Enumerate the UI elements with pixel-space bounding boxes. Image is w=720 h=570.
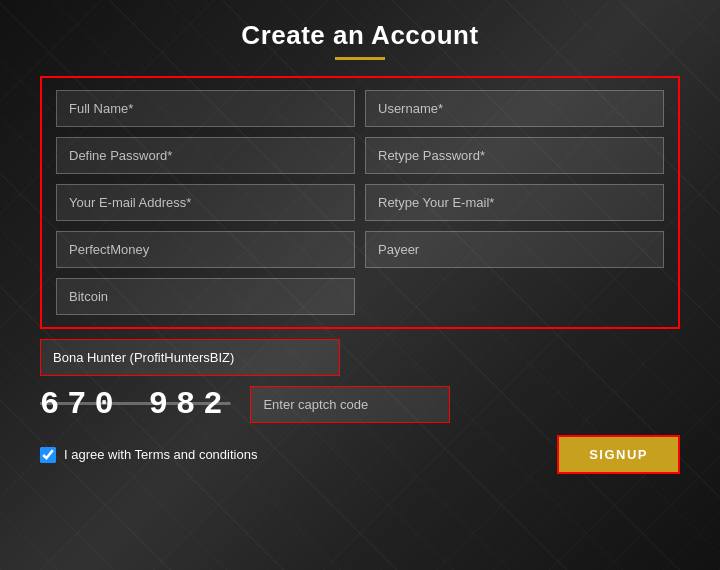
signup-button[interactable]: SIGNUP <box>557 435 680 474</box>
registration-form <box>40 76 680 329</box>
perfect-money-input[interactable] <box>56 231 355 268</box>
captcha-row: 670 982 <box>40 386 680 423</box>
retype-email-input[interactable] <box>365 184 664 221</box>
main-container: Create an Account 670 982 I agree with T… <box>0 0 720 570</box>
define-password-input[interactable] <box>56 137 355 174</box>
referral-input[interactable] <box>40 339 340 376</box>
referral-row <box>40 339 680 376</box>
username-input[interactable] <box>365 90 664 127</box>
full-name-input[interactable] <box>56 90 355 127</box>
email-input[interactable] <box>56 184 355 221</box>
retype-password-input[interactable] <box>365 137 664 174</box>
agree-label: I agree with Terms and conditions <box>64 447 257 462</box>
bottom-row: I agree with Terms and conditions SIGNUP <box>40 435 680 474</box>
page-title: Create an Account <box>241 20 478 51</box>
bitcoin-input[interactable] <box>56 278 355 315</box>
captcha-input[interactable] <box>250 386 450 423</box>
payeer-input[interactable] <box>365 231 664 268</box>
agree-section: I agree with Terms and conditions <box>40 447 257 463</box>
captcha-number: 670 982 <box>40 386 230 423</box>
title-underline <box>335 57 385 60</box>
agree-checkbox[interactable] <box>40 447 56 463</box>
